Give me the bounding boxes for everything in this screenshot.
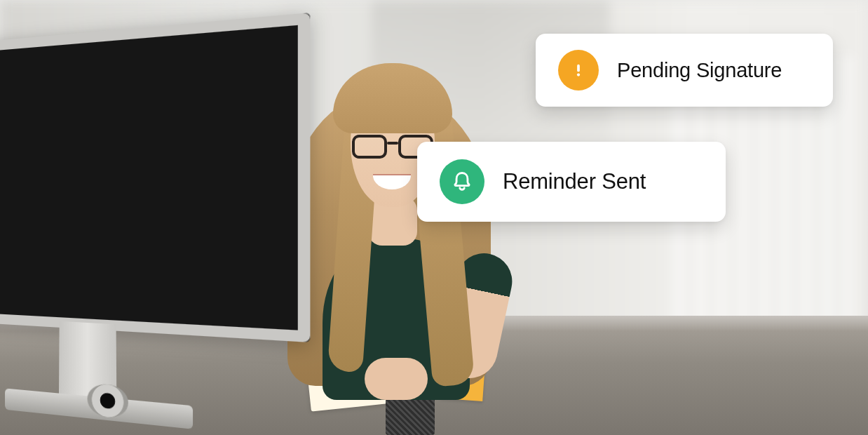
monitor: [0, 11, 328, 410]
notification-pending-signature: Pending Signature: [536, 34, 833, 107]
alert-icon: [558, 50, 599, 91]
svg-point-2: [577, 73, 580, 76]
notification-reminder-sent: Reminder Sent: [417, 142, 726, 222]
bell-icon: [440, 159, 484, 204]
notification-label: Pending Signature: [617, 59, 782, 82]
svg-rect-1: [577, 65, 580, 72]
hero-scene: Pending Signature Reminder Sent: [0, 0, 868, 435]
notification-label: Reminder Sent: [503, 169, 646, 194]
